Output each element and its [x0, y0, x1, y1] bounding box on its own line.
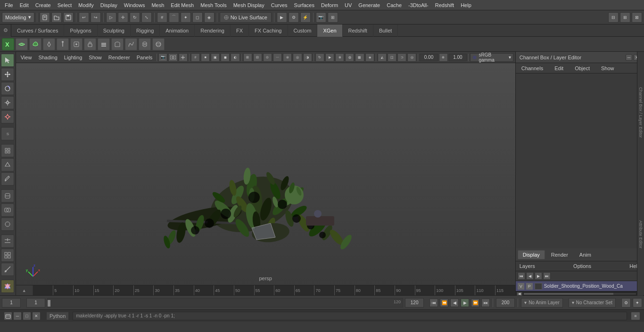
menu-item-generate[interactable]: Generate	[355, 1, 383, 9]
python-label[interactable]: Python	[46, 312, 69, 320]
ruler-tick-30[interactable]: 30	[153, 285, 159, 295]
menu-item-modify[interactable]: Modify	[75, 1, 96, 9]
soft-select-button[interactable]: S	[1, 127, 14, 140]
scroll-left-btn[interactable]: ◀	[517, 292, 522, 296]
vp-tex-btn[interactable]: ▦	[355, 53, 364, 62]
vp-shaded-btn[interactable]: ◼	[221, 53, 230, 62]
ruler-tick-80[interactable]: 80	[355, 285, 361, 295]
play-fwd-btn[interactable]: ▶	[461, 299, 469, 307]
viewport-coord1[interactable]: 0.00	[420, 54, 438, 61]
redo-button[interactable]: ↪	[91, 12, 101, 23]
layer-nav-start[interactable]: ⏮	[518, 272, 525, 280]
xgen-view-button[interactable]	[70, 38, 83, 50]
tab-curves-surfaces[interactable]: Curves / Surfaces	[11, 24, 64, 37]
playback-range-bar[interactable]: 120	[47, 298, 403, 308]
vp-smooth2-btn[interactable]: ▣	[211, 53, 220, 62]
vp-menu-renderer[interactable]: Renderer	[106, 54, 133, 61]
panel-layout-button1[interactable]: ⊟	[608, 12, 619, 23]
component-select-button[interactable]	[1, 144, 14, 157]
ruler-tick-90[interactable]: 90	[395, 285, 401, 295]
grid-button[interactable]	[1, 249, 14, 262]
universal-manip-button[interactable]	[1, 110, 14, 123]
range-end-input[interactable]	[405, 298, 424, 308]
layers-options-label[interactable]: Options	[573, 263, 591, 269]
vp-cam-btn2[interactable]	[168, 53, 177, 62]
ruler-tick-65[interactable]: 65	[294, 285, 300, 295]
menu-item-select[interactable]: Select	[55, 1, 75, 9]
layer-nav-prev[interactable]: ◀	[526, 272, 534, 280]
ruler-tick-10[interactable]: 10	[73, 285, 79, 295]
menu-item-help[interactable]: Help	[458, 1, 474, 9]
window-layout-button[interactable]: ⊞	[328, 12, 338, 23]
snap-live-button[interactable]: ◈	[204, 12, 215, 23]
tab-animation[interactable]: Animation	[160, 24, 195, 37]
playback-extra-btn[interactable]: ✦	[633, 298, 642, 308]
vp-menu-view[interactable]: View	[18, 54, 35, 61]
maximize-btn[interactable]: □	[23, 312, 31, 320]
tab-rigging[interactable]: Rigging	[131, 24, 160, 37]
menu-item-surfaces[interactable]: Surfaces	[291, 1, 317, 9]
command-line[interactable]: makeIdentity -apply true -t 1 -r 1 -s 1 …	[73, 312, 627, 320]
ruler-tick-95[interactable]: 95	[415, 285, 421, 295]
mayaicon-button[interactable]	[1, 280, 14, 293]
vp-rotate-btn[interactable]: ↻	[315, 53, 324, 62]
vp-menu-shading[interactable]: Shading	[35, 54, 60, 61]
close-btn[interactable]: ✕	[32, 312, 41, 320]
ruler-tick-100[interactable]: 100	[435, 285, 443, 295]
window-icon[interactable]	[4, 312, 12, 320]
menu-item-file[interactable]: File	[2, 1, 16, 9]
vp-bump-btn[interactable]: ◍	[345, 53, 354, 62]
cmd-btn[interactable]: ≡	[631, 312, 640, 320]
vp-uvs-btn[interactable]: ⊜	[283, 53, 292, 62]
tab-redshift[interactable]: Redshift	[343, 24, 373, 37]
ruler-tick-20[interactable]: 20	[113, 285, 119, 295]
vp-res-btn[interactable]: ⊗	[335, 53, 344, 62]
tab-polygons[interactable]: Polygons	[64, 24, 97, 37]
vp-wireframe-btn[interactable]: #	[191, 53, 200, 62]
render-view-button[interactable]: ▶	[277, 12, 287, 23]
timeline-area[interactable]: ▲ 51015202530354045505560657075808590951…	[16, 285, 515, 295]
layer-nav-end[interactable]: ⏭	[543, 272, 551, 280]
cb-tab-show[interactable]: Show	[595, 63, 620, 73]
xgen-leaf-button[interactable]	[29, 38, 41, 50]
live-surface-button[interactable]: No Live Surface	[220, 12, 272, 23]
vp-obj-btn[interactable]: ⊙	[263, 53, 272, 62]
go-to-start-btn[interactable]: ⏮	[429, 299, 438, 307]
ruler-tick-50[interactable]: 50	[234, 285, 240, 295]
ruler-tick-75[interactable]: 75	[334, 285, 340, 295]
step-back-btn[interactable]: ⏪	[440, 299, 448, 307]
step-fwd-btn[interactable]: ⏩	[471, 299, 479, 307]
ruler-tick-55[interactable]: 55	[254, 285, 260, 295]
minimize-btn[interactable]: ─	[13, 312, 22, 320]
vp-cam-btn3[interactable]	[179, 53, 188, 62]
xgen-arch-button[interactable]	[111, 38, 124, 50]
tab-bullet[interactable]: Bullet	[373, 24, 398, 37]
xgen-sphere-button[interactable]	[152, 38, 165, 50]
ruler-tick-15[interactable]: 15	[93, 285, 99, 295]
snap-curve-button[interactable]: ⌒	[169, 12, 179, 23]
ruler-tick-85[interactable]: 85	[374, 285, 380, 295]
vp-poly-btn[interactable]: ⋯	[273, 53, 282, 62]
ruler-tick-5[interactable]: 5	[53, 285, 57, 295]
vp-dof-btn[interactable]: ◈	[365, 53, 374, 62]
vp-smooth-btn[interactable]: ■	[201, 53, 210, 62]
menu-item-display[interactable]: Display	[98, 1, 120, 9]
tab-settings-gear[interactable]: ⚙	[0, 24, 11, 37]
xgen-lock-button[interactable]	[84, 38, 96, 50]
undo-button[interactable]: ↩	[79, 12, 89, 23]
select-tool-button[interactable]: ▷	[106, 12, 116, 23]
ruler-tick-60[interactable]: 60	[274, 285, 280, 295]
render-settings-button[interactable]: ⚙	[289, 12, 299, 23]
anim-layer-selector[interactable]: ▾ No Anim Layer	[521, 298, 563, 308]
tab-fx-caching[interactable]: FX Caching	[249, 24, 288, 37]
cb-tab-edit[interactable]: Edit	[549, 63, 569, 73]
play-back-btn[interactable]: ◀	[450, 299, 459, 307]
panel-layout-button2[interactable]: ⊞	[620, 12, 630, 23]
menu-item-uv[interactable]: UV	[342, 1, 355, 9]
camera-button[interactable]: 📷	[316, 12, 326, 23]
paint-button[interactable]	[1, 172, 14, 186]
menu-item-mesh-tools[interactable]: Mesh Tools	[198, 1, 229, 9]
vp-hdr-btn[interactable]: ◎	[407, 53, 416, 62]
vp-hud-btn[interactable]: ⊟	[253, 53, 262, 62]
viewport-canvas[interactable]	[16, 63, 515, 285]
